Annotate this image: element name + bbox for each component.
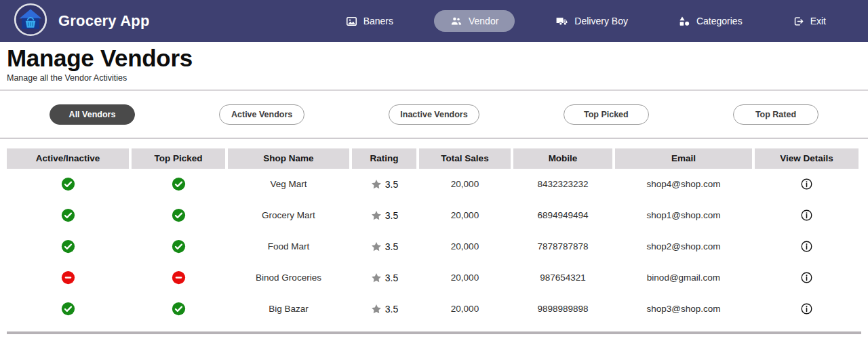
shop-name: Grocery Mart (228, 200, 349, 231)
page-title: Manage Vendors (7, 46, 868, 71)
column-header-top-picked: Top Picked (132, 148, 225, 169)
view-details-info-icon[interactable] (800, 240, 813, 253)
star-icon (370, 209, 382, 222)
total-sales: 20,000 (419, 169, 511, 200)
shop-name: Veg Mart (228, 169, 349, 200)
rating-cell: 3.5 (352, 231, 416, 262)
filter-divider (0, 138, 868, 139)
inactive-minus-icon[interactable] (172, 270, 186, 285)
nav-item-delivery-boy[interactable]: Delivery Boy (546, 10, 637, 33)
rating-cell: 3.5 (352, 294, 416, 325)
top-picked-cell (132, 262, 225, 294)
mobile: 6894949494 (513, 200, 612, 231)
active-check-icon[interactable] (61, 177, 75, 191)
rating-cell: 3.5 (352, 262, 416, 294)
truck-icon (555, 15, 568, 28)
email: shop1@shop.com (615, 200, 752, 231)
total-sales: 20,000 (419, 231, 511, 262)
people-icon (450, 15, 462, 27)
table-row: Big Bazar3.520,0009898989898shop3@shop.c… (7, 294, 861, 325)
page-heading: Manage Vendors Manage all the Vendor Act… (0, 42, 868, 83)
active-check-icon[interactable] (61, 302, 75, 316)
email: shop4@shop.com (615, 169, 752, 200)
star-icon (370, 272, 382, 284)
active-status-cell (7, 200, 129, 231)
app-title: Grocery App (58, 12, 150, 30)
active-check-icon[interactable] (61, 239, 75, 254)
nav-item-vendor[interactable]: Vendor (434, 10, 515, 32)
view-details-cell (755, 231, 859, 262)
column-header-total-sales: Total Sales (419, 148, 511, 169)
shop-name: Big Bazar (228, 294, 349, 325)
active-check-icon[interactable] (172, 302, 186, 316)
view-details-cell (755, 169, 859, 200)
view-details-cell (755, 294, 859, 325)
top-picked-cell (132, 294, 225, 325)
column-header-shop-name: Shop Name (228, 148, 349, 169)
page-subtitle: Manage all the Vendor Activities (7, 73, 868, 83)
view-details-cell (755, 262, 859, 294)
nav-item-label: Delivery Boy (574, 16, 628, 26)
rating-value: 3.5 (385, 179, 398, 190)
mobile: 7878787878 (513, 231, 612, 262)
nav-menu: BanersVendorDelivery BoyCategoriesExit (336, 10, 835, 33)
active-check-icon[interactable] (172, 208, 186, 222)
shop-name: Food Mart (228, 231, 349, 262)
active-check-icon[interactable] (61, 208, 75, 222)
nav-item-baners[interactable]: Baners (336, 11, 403, 32)
column-header-email: Email (615, 148, 752, 169)
filter-top-picked[interactable]: Top Picked (564, 104, 649, 125)
nav-item-categories[interactable]: Categories (669, 10, 752, 32)
mobile: 8432323232 (513, 169, 612, 200)
rating-value: 3.5 (385, 304, 398, 315)
total-sales: 20,000 (419, 294, 511, 325)
mobile: 987654321 (513, 262, 612, 294)
shop-name: Binod Groceries (228, 262, 349, 294)
mobile: 9898989898 (513, 294, 612, 325)
exit-icon (793, 16, 804, 27)
view-details-info-icon[interactable] (800, 302, 813, 315)
rating-cell: 3.5 (352, 200, 416, 231)
nav-item-label: Baners (363, 16, 393, 26)
table-row: Food Mart3.520,0007878787878shop2@shop.c… (7, 231, 861, 262)
nav-item-label: Vendor (469, 16, 498, 26)
column-header-view-details: View Details (755, 148, 859, 169)
top-navbar: Grocery App BanersVendorDelivery BoyCate… (0, 0, 868, 42)
active-check-icon[interactable] (172, 239, 186, 254)
top-picked-cell (132, 231, 225, 262)
column-header-mobile: Mobile (513, 148, 612, 169)
filter-active-vendors[interactable]: Active Vendors (219, 104, 304, 125)
shapes-icon (678, 15, 690, 27)
filter-top-rated[interactable]: Top Rated (733, 104, 818, 125)
total-sales: 20,000 (419, 262, 511, 294)
filter-bar: All VendorsActive VendorsInactive Vendor… (0, 91, 868, 125)
top-picked-cell (132, 200, 225, 231)
filter-inactive-vendors[interactable]: Inactive Vendors (389, 104, 479, 125)
active-status-cell (7, 262, 129, 294)
rating-cell: 3.5 (352, 169, 416, 200)
view-details-cell (755, 200, 859, 231)
nav-item-label: Exit (810, 16, 826, 26)
filter-all-vendors[interactable]: All Vendors (50, 104, 135, 125)
view-details-info-icon[interactable] (800, 271, 813, 284)
rating-value: 3.5 (385, 241, 398, 252)
image-icon (346, 16, 357, 27)
table-row: Binod Groceries3.520,000987654321binod@g… (7, 262, 861, 294)
star-icon (370, 178, 382, 190)
bottom-divider (7, 331, 861, 334)
total-sales: 20,000 (419, 200, 511, 231)
active-status-cell (7, 169, 129, 200)
column-header-rating: Rating (352, 148, 416, 169)
column-header-active-inactive: Active/Inactive (7, 148, 129, 169)
rating-value: 3.5 (385, 273, 398, 283)
nav-item-exit[interactable]: Exit (783, 11, 835, 32)
active-check-icon[interactable] (172, 177, 186, 191)
active-status-cell (7, 294, 129, 325)
table-body: Veg Mart3.520,0008432323232shop4@shop.co… (7, 169, 861, 325)
star-icon (370, 303, 382, 315)
view-details-info-icon[interactable] (800, 209, 813, 222)
inactive-minus-icon[interactable] (61, 270, 75, 285)
view-details-info-icon[interactable] (800, 178, 813, 190)
rating-value: 3.5 (385, 210, 398, 221)
table-header: Active/InactiveTop PickedShop NameRating… (7, 148, 861, 169)
